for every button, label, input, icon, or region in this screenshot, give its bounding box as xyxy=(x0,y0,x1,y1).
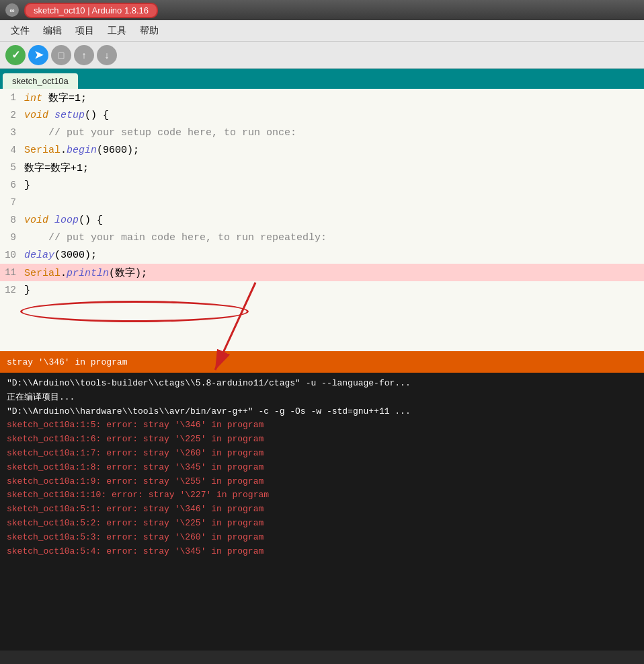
console-line: sketch_oct10a:5:3: error: stray '\260' i… xyxy=(7,531,637,545)
menubar: 文件 编辑 项目 工具 帮助 xyxy=(0,20,644,42)
menu-edit[interactable]: 编辑 xyxy=(38,22,67,40)
console-line: "D:\\Arduino\\hardware\\tools\\avr/bin/a… xyxy=(7,405,637,419)
save-button[interactable]: ↓ xyxy=(97,45,117,65)
bottom-scrollbar[interactable] xyxy=(0,651,644,664)
console-line: sketch_oct10a:5:1: error: stray '\346' i… xyxy=(7,503,637,517)
tab-sketch[interactable]: sketch_oct10a xyxy=(3,73,78,89)
code-line: 10delay(3000); xyxy=(0,246,644,264)
code-line: 4Serial.begin(9600); xyxy=(0,141,644,159)
code-editor[interactable]: 1int 数字=1;2void setup() {3 // put your s… xyxy=(0,89,644,351)
console-line: sketch_oct10a:1:5: error: stray '\346' i… xyxy=(7,418,637,433)
menu-tools[interactable]: 工具 xyxy=(102,22,132,40)
open-button[interactable]: ↑ xyxy=(74,45,94,65)
arduino-logo-icon: ∞ xyxy=(5,3,19,17)
line-number: 3 xyxy=(0,127,22,138)
line-number: 6 xyxy=(0,180,22,190)
console-line: sketch_oct10a:1:10: error: stray '\227' … xyxy=(7,488,637,503)
line-content: int 数字=1; xyxy=(22,91,644,104)
console-line: sketch_oct10a:1:8: error: stray '\345' i… xyxy=(7,461,637,475)
window-title: sketch_oct10 | Arduino 1.8.16 xyxy=(24,3,158,18)
code-line: 9 // put your main code here, to run rep… xyxy=(0,229,644,246)
line-number: 1 xyxy=(0,92,22,103)
console-line: sketch_oct10a:1:6: error: stray '\225' i… xyxy=(7,433,637,447)
new-button[interactable]: □ xyxy=(51,45,71,65)
code-line: 12} xyxy=(0,281,644,299)
line-number: 12 xyxy=(0,285,22,295)
line-number: 7 xyxy=(0,197,22,208)
line-content: } xyxy=(22,180,644,191)
line-content: void loop() { xyxy=(22,215,644,226)
line-number: 4 xyxy=(0,145,22,155)
line-number: 2 xyxy=(0,110,22,120)
titlebar: ∞ sketch_oct10 | Arduino 1.8.16 xyxy=(0,0,644,20)
line-content: Serial.begin(9600); xyxy=(22,145,644,156)
menu-help[interactable]: 帮助 xyxy=(134,22,164,40)
code-line: 3 // put your setup code here, to run on… xyxy=(0,124,644,141)
line-number: 8 xyxy=(0,215,22,225)
tabbar: sketch_oct10a xyxy=(0,69,644,89)
line-number: 5 xyxy=(0,162,22,173)
status-text: stray '\346' in program xyxy=(7,357,127,367)
code-line: 5数字=数字+1; xyxy=(0,159,644,176)
statusbar: stray '\346' in program xyxy=(0,351,644,373)
code-line: 7 xyxy=(0,194,644,211)
upload-button[interactable]: ➤ xyxy=(28,45,48,65)
code-line: 8void loop() { xyxy=(0,211,644,229)
console-line: sketch_oct10a:5:2: error: stray '\225' i… xyxy=(7,517,637,531)
line-number: 11 xyxy=(0,267,22,278)
line-content: // put your setup code here, to run once… xyxy=(22,127,644,139)
console-output: "D:\\Arduino\\tools-builder\\ctags\\5.8-… xyxy=(0,373,644,651)
code-line: 1int 数字=1; xyxy=(0,89,644,106)
line-content: Serial.println(数字); xyxy=(22,266,644,279)
verify-button[interactable]: ✓ xyxy=(5,45,26,65)
toolbar: ✓ ➤ □ ↑ ↓ xyxy=(0,42,644,69)
console-line: 正在编译项目... xyxy=(7,391,637,405)
menu-project[interactable]: 项目 xyxy=(70,22,99,40)
line-content: // put your main code here, to run repea… xyxy=(22,232,644,244)
line-content: delay(3000); xyxy=(22,250,644,261)
line-number: 10 xyxy=(0,250,22,260)
code-line: 2void setup() { xyxy=(0,106,644,124)
line-content: 数字=数字+1; xyxy=(22,161,644,174)
console-line: sketch_oct10a:5:4: error: stray '\345' i… xyxy=(7,545,637,559)
console-line: "D:\\Arduino\\tools-builder\\ctags\\5.8-… xyxy=(7,377,637,391)
line-content: } xyxy=(22,285,644,296)
console-line: sketch_oct10a:1:7: error: stray '\260' i… xyxy=(7,447,637,461)
code-line: 6} xyxy=(0,176,644,194)
code-line: 11Serial.println(数字); xyxy=(0,264,644,281)
line-number: 9 xyxy=(0,232,22,243)
menu-file[interactable]: 文件 xyxy=(5,22,35,40)
console-line: sketch_oct10a:1:9: error: stray '\255' i… xyxy=(7,475,637,489)
line-content: void setup() { xyxy=(22,110,644,121)
